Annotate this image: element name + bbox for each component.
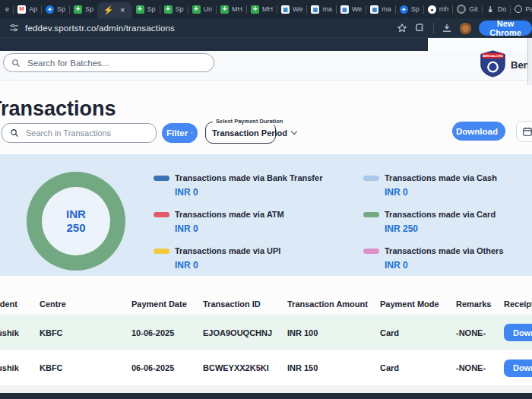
browser-tab[interactable]: ⤓Do xyxy=(483,0,511,18)
browser-tab[interactable]: Git xyxy=(453,0,482,18)
lightning-icon: ⚡ xyxy=(104,6,112,14)
green-plus-icon: + xyxy=(164,5,173,14)
url-text[interactable]: feddev.sportstr.co/admin/transactions xyxy=(25,24,175,33)
download-button[interactable]: Download xyxy=(452,122,505,141)
chevron-down-icon xyxy=(291,128,297,135)
column-header: Transaction ID xyxy=(203,299,261,309)
legend-amount: INR 250 xyxy=(385,223,504,234)
cell-student: Kaushik xyxy=(0,328,19,337)
tab-title: MH xyxy=(262,5,273,13)
cell-amount: INR 100 xyxy=(287,328,318,337)
horizontal-scrollbar-track[interactable] xyxy=(0,385,532,393)
tab-title: Ap xyxy=(29,5,37,13)
browser-tab[interactable]: MAp xyxy=(14,0,41,18)
new-chrome-button[interactable]: New Chrome xyxy=(479,21,532,36)
cell-mode: Card xyxy=(380,328,399,337)
payments-chart-panel: INR 250 Transactions made via Bank Trans… xyxy=(0,154,532,276)
gmail-icon: M xyxy=(17,5,26,14)
browser-tab[interactable]: ▦We xyxy=(337,0,366,18)
cell-centre: KBFC xyxy=(40,328,63,337)
legend-amount: INR 0 xyxy=(175,187,322,198)
browser-tab[interactable]: e xyxy=(2,0,13,18)
column-header: Payment Date xyxy=(131,299,187,309)
downloads-icon[interactable] xyxy=(442,23,452,33)
tab-title: MH xyxy=(232,5,242,13)
legend-row: Transactions made via Others xyxy=(363,245,504,256)
legend-label: Transactions made via Cash xyxy=(385,173,497,182)
column-header: Student xyxy=(0,299,17,309)
browser-tab[interactable]: +MH xyxy=(217,0,246,18)
github-icon: ● xyxy=(428,5,436,14)
browser-tab[interactable]: ✦Sp xyxy=(396,0,423,18)
scrollbar-track[interactable] xyxy=(528,38,532,85)
green-plus-icon: + xyxy=(192,5,201,14)
receipt-download-button[interactable]: Download xyxy=(504,359,532,377)
browser-tab[interactable]: +MH xyxy=(247,0,277,18)
batches-search[interactable] xyxy=(3,53,214,72)
tab-title: Do xyxy=(498,5,507,13)
bookmark-star-icon[interactable] xyxy=(397,23,407,33)
browser-tab[interactable]: ▦ma xyxy=(307,0,336,18)
cell-amount: INR 150 xyxy=(287,363,318,372)
bottom-bar xyxy=(0,393,532,399)
search-icon xyxy=(10,128,19,138)
doc-icon: ▦ xyxy=(340,5,349,14)
browser-tab[interactable]: +Sp xyxy=(70,0,97,18)
browser-tab[interactable]: ✦Sp xyxy=(42,0,69,18)
tab-title: ma xyxy=(382,5,391,13)
cell-remarks: -NONE- xyxy=(456,363,486,372)
site-settings-icon[interactable] xyxy=(9,23,19,33)
tab-title: Un xyxy=(204,5,213,13)
transactions-search[interactable] xyxy=(2,123,157,143)
payments-donut-chart: INR 250 xyxy=(27,172,125,271)
legend-amount: INR 0 xyxy=(175,223,322,234)
browser-tab[interactable]: ●mh xyxy=(424,0,453,18)
filter-button[interactable]: Filter xyxy=(162,123,198,143)
calendar-icon xyxy=(522,126,532,137)
receipt-download-button[interactable]: Download xyxy=(504,324,532,341)
legend-label: Transactions made via UPI xyxy=(175,246,280,255)
tab-title: e xyxy=(5,5,9,13)
screen: eMAp✦Sp+Sp⚡×+Sp+Sp+Un+MH+MH▦We▦ma▦We▦ma✦… xyxy=(0,0,532,399)
browser-tab-strip: eMAp✦Sp+Sp⚡×+Sp+Sp+Un+MH+MH▦We▦ma▦We▦ma✦… xyxy=(0,0,532,18)
payment-duration-value: Transaction Period xyxy=(212,128,287,138)
browser-toolbar: feddev.sportstr.co/admin/transactions Ne… xyxy=(0,18,532,38)
calendar-button[interactable] xyxy=(516,121,532,142)
column-header: Centre xyxy=(40,299,66,309)
payment-duration-select[interactable]: Select Payment Duration Transaction Peri… xyxy=(205,122,276,144)
table-row: KaushikKBFC06-06-2025BCWEYXX2K5KIINR 150… xyxy=(0,350,532,385)
cell-centre: KBFC xyxy=(40,363,63,372)
legend-row: Transactions made via Cash xyxy=(363,173,504,183)
tab-title: ma xyxy=(322,5,332,13)
browser-tab[interactable]: ▦ma xyxy=(366,0,395,18)
transactions-search-input[interactable] xyxy=(24,128,148,138)
browser-tab-active[interactable]: ⚡× xyxy=(97,2,131,18)
doc-icon: ▦ xyxy=(281,5,290,14)
browser-tab[interactable]: +Un xyxy=(188,0,217,18)
legend-label: Transactions made via Others xyxy=(385,246,504,255)
green-plus-icon: + xyxy=(74,5,82,14)
tab-title: Sp xyxy=(147,5,156,13)
tab-title: We xyxy=(352,5,362,13)
donut-center-label: INR 250 xyxy=(42,187,110,255)
legend-color-pill xyxy=(363,212,379,217)
batches-search-input[interactable] xyxy=(26,58,206,68)
legend-row: Transactions made via ATM xyxy=(154,209,322,220)
column-header: Receipt xyxy=(504,299,532,309)
browser-tab[interactable]: +Sp xyxy=(132,0,160,18)
legend-row: Transactions made via UPI xyxy=(154,245,322,256)
legend-color-pill xyxy=(154,249,169,254)
browser-tab[interactable]: +Sp xyxy=(160,0,188,18)
browser-tab[interactable]: ▦We xyxy=(277,0,306,18)
browser-tab[interactable]: Pa xyxy=(511,0,532,18)
toolbar-divider xyxy=(433,23,434,33)
tab-title: Sp xyxy=(411,5,420,13)
profile-avatar[interactable] xyxy=(460,23,471,34)
cell-payment_date: 06-06-2025 xyxy=(131,363,174,372)
close-tab-icon[interactable]: × xyxy=(120,6,125,14)
extensions-icon[interactable] xyxy=(415,23,426,33)
chart-legend-right: Transactions made via CashINR 0Transacti… xyxy=(363,173,504,271)
green-plus-icon: + xyxy=(251,5,259,14)
tab-title: Sp xyxy=(57,5,65,13)
legend-amount: INR 0 xyxy=(175,260,322,271)
